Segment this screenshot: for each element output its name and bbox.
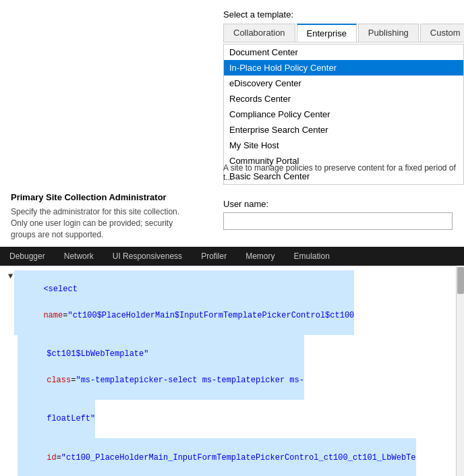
tab-collaboration[interactable]: Collaboration [223, 24, 295, 42]
template-item-compliance-policy[interactable]: Compliance Policy Center [224, 107, 463, 122]
devtools-toolbar: Debugger Network UI Responsiveness Profi… [0, 247, 464, 266]
tab-custom[interactable]: Custom [420, 24, 464, 42]
admin-title: Primary Site Collection Administrator [11, 192, 192, 202]
expand-arrow[interactable]: ▼ [8, 270, 13, 283]
code-select-line2: $ct101$LbWebTemplate" class="ms-template… [8, 335, 464, 400]
devtools-emulation[interactable]: Emulation [284, 247, 339, 266]
username-input[interactable] [223, 212, 453, 230]
template-item-records-center[interactable]: Records Center [224, 91, 463, 107]
template-item-my-site-host[interactable]: My Site Host [224, 138, 463, 153]
devtools-network[interactable]: Network [55, 247, 103, 266]
username-label: User name: [223, 199, 268, 209]
admin-desc: Specify the administrator for this site … [11, 206, 192, 240]
template-item-enterprise-search[interactable]: Enterprise Search Center [224, 122, 463, 138]
code-panel[interactable]: ▼ <select name="ct100$PlaceHolderMain$In… [0, 266, 464, 476]
devtools-profiler[interactable]: Profiler [192, 247, 236, 266]
code-select-line3: floatLeft" [8, 400, 464, 439]
code-select-open: ▼ <select name="ct100$PlaceHolderMain$In… [8, 270, 464, 335]
devtools-ui-responsiveness[interactable]: UI Responsiveness [103, 247, 192, 266]
template-item-document-center[interactable]: Document Center [224, 44, 463, 60]
scrollbar-y[interactable] [456, 266, 464, 476]
scrollbar-thumb[interactable] [457, 267, 464, 294]
devtools-memory[interactable]: Memory [236, 247, 284, 266]
admin-section: Primary Site Collection Administrator Sp… [0, 192, 202, 240]
template-description: A site to manage policies to preserve co… [223, 163, 464, 182]
tab-publishing[interactable]: Publishing [358, 24, 419, 42]
devtools-debugger[interactable]: Debugger [0, 247, 55, 266]
tab-enterprise[interactable]: Enterprise [297, 24, 357, 42]
code-select-id: id="ct100_PlaceHolderMain_InputFormTempl… [8, 438, 464, 476]
template-item-ediscovery[interactable]: eDiscovery Center [224, 76, 463, 91]
select-template-label: Select a template: [223, 9, 293, 20]
template-tabs: Collaboration Enterprise Publishing Cust… [223, 24, 464, 42]
template-item-inplace-hold[interactable]: In-Place Hold Policy Center [224, 60, 463, 76]
